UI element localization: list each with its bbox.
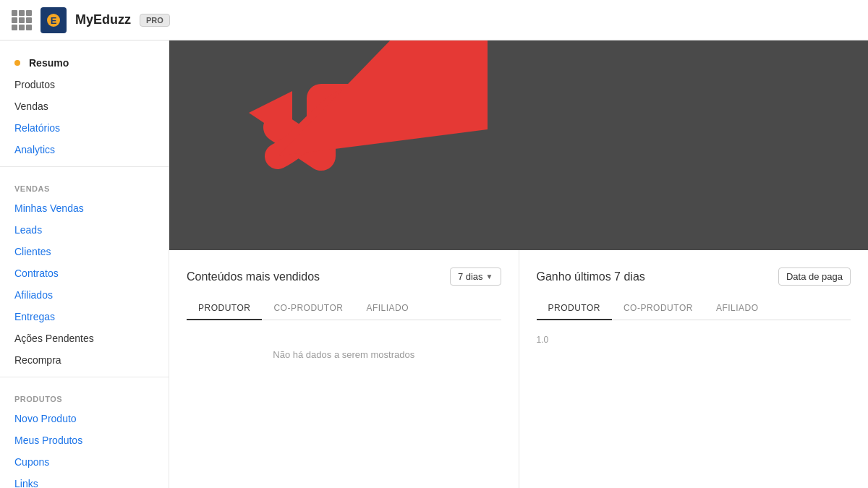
tab-afiliado-right[interactable]: AFILIADO	[705, 297, 770, 320]
sidebar-item-links[interactable]: Links	[0, 473, 169, 488]
no-data-message: Não há dados a serem mostrados	[187, 335, 501, 374]
sidebar-section-produtos: PRODUTOS	[0, 383, 169, 408]
period-selector-left[interactable]: 7 dias ▼	[450, 267, 501, 286]
grid-icon[interactable]	[12, 10, 32, 30]
sidebar-item-relatorios[interactable]: Relatórios	[0, 117, 169, 139]
sidebar-item-novo-produto[interactable]: Novo Produto	[0, 408, 169, 429]
sidebar-item-clientes[interactable]: Clientes	[0, 241, 169, 262]
sidebar-item-afiliados[interactable]: Afiliados	[0, 284, 169, 306]
pro-badge: PRO	[140, 14, 170, 27]
right-panel-header: Ganho últimos 7 dias Data de paga	[537, 267, 851, 286]
app-name: MyEduzz	[75, 12, 131, 27]
left-panel-header: Conteúdos mais vendidos 7 dias ▼	[187, 267, 501, 286]
tab-produtor-right[interactable]: PRODUTOR	[537, 297, 612, 320]
sidebar-item-produtos[interactable]: Produtos	[0, 74, 169, 95]
content-area: Conteúdos mais vendidos 7 dias ▼ PRODUTO…	[169, 250, 868, 488]
right-panel: Ganho últimos 7 dias Data de paga PRODUT…	[519, 250, 869, 488]
chevron-down-icon: ▼	[486, 273, 493, 281]
right-panel-title: Ganho últimos 7 dias	[537, 270, 645, 283]
sidebar-item-acoes-pendentes[interactable]: Ações Pendentes	[0, 328, 169, 349]
left-panel-title: Conteúdos mais vendidos	[187, 270, 320, 283]
sidebar-item-resumo[interactable]: Resumo	[0, 52, 169, 74]
tab-co-produtor-left[interactable]: CO-PRODUTOR	[262, 297, 354, 320]
sidebar-item-minhas-vendas[interactable]: Minhas Vendas	[0, 197, 169, 219]
sidebar-item-leads[interactable]: Leads	[0, 219, 169, 241]
sidebar-item-meus-produtos[interactable]: Meus Produtos	[0, 429, 169, 451]
sidebar-item-vendas[interactable]: Vendas	[0, 95, 169, 117]
sidebar: Resumo Produtos Vendas Relatórios Analyt…	[0, 40, 169, 488]
sidebar-divider-2	[0, 377, 169, 377]
dark-banner	[169, 40, 868, 250]
svg-marker-3	[249, 91, 292, 142]
tab-afiliado-left[interactable]: AFILIADO	[354, 297, 420, 320]
red-arrow-2	[169, 40, 488, 200]
app-logo: E	[41, 7, 67, 33]
sidebar-divider-1	[0, 166, 169, 167]
svg-text:E: E	[51, 15, 57, 26]
topbar: E MyEduzz PRO	[0, 0, 868, 40]
main-layout: Resumo Produtos Vendas Relatórios Analyt…	[0, 40, 868, 488]
sidebar-item-contratos[interactable]: Contratos	[0, 262, 169, 284]
period-selector-right[interactable]: Data de paga	[778, 267, 851, 286]
sidebar-item-entregas[interactable]: Entregas	[0, 306, 169, 328]
sidebar-item-analytics[interactable]: Analytics	[0, 139, 169, 160]
left-panel: Conteúdos mais vendidos 7 dias ▼ PRODUTO…	[169, 250, 519, 488]
sidebar-section-vendas: VENDAS	[0, 173, 169, 197]
tab-produtor-left[interactable]: PRODUTOR	[187, 297, 262, 320]
red-arrow	[169, 62, 473, 207]
main-content: Conteúdos mais vendidos 7 dias ▼ PRODUTO…	[169, 40, 868, 488]
sidebar-item-recompra[interactable]: Recompra	[0, 349, 169, 371]
right-tabs: PRODUTOR CO-PRODUTOR AFILIADO	[537, 297, 851, 320]
left-tabs: PRODUTOR CO-PRODUTOR AFILIADO	[187, 297, 501, 320]
tab-co-produtor-right[interactable]: CO-PRODUTOR	[612, 297, 705, 320]
chart-value: 1.0	[537, 335, 851, 345]
sidebar-item-cupons[interactable]: Cupons	[0, 451, 169, 473]
